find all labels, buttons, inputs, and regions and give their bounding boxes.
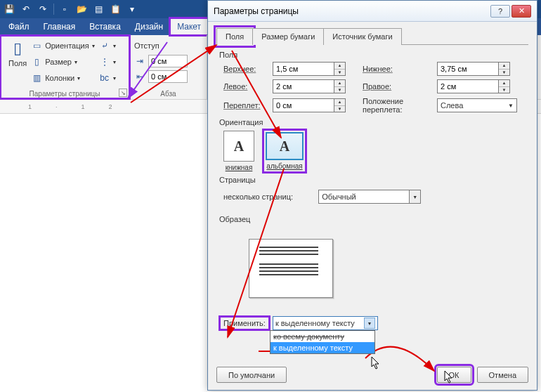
dialog-titlebar[interactable]: Параметры страницы ? ✕ — [208, 1, 537, 22]
indent-right-input[interactable] — [148, 70, 188, 83]
redo-icon[interactable]: ↷ — [37, 3, 49, 15]
tab-layout[interactable]: Макет — [170, 18, 208, 35]
dialog-tabs: Поля Размер бумаги Источник бумаги — [216, 27, 528, 45]
line-numbers-icon: ⋮ — [99, 56, 110, 67]
section-fields: Поля — [219, 51, 528, 59]
orientation-landscape[interactable]: A альбомная — [264, 131, 305, 171]
orientation-icon: ▭ — [31, 40, 42, 51]
multi-pages-arrow[interactable]: ▼ — [410, 190, 421, 204]
hyphenation-icon: bc — [99, 72, 110, 84]
apply-select[interactable]: к выделенному тексту ▼ — [273, 316, 378, 330]
help-button[interactable]: ? — [490, 5, 510, 18]
dialog-body: Поля Размер бумаги Источник бумаги Поля … — [208, 22, 537, 336]
margin-fields: Верхнее: ▲▼ Нижнее: ▲▼ Левое: ▲▼ Правое:… — [223, 62, 528, 114]
right-input[interactable] — [437, 79, 499, 93]
multi-pages-select[interactable]: Обычный — [318, 190, 410, 204]
cancel-button[interactable]: Отмена — [477, 367, 528, 383]
chevron-down-icon: ▼ — [508, 103, 514, 109]
open-icon[interactable]: 📂 — [75, 3, 88, 15]
hyphenation-button[interactable]: bc▾ — [99, 70, 116, 86]
group-title-paragraph: Абза — [134, 90, 202, 98]
apply-label: Применить: — [221, 318, 268, 329]
apply-dropdown: ко всему документу к выделенному тексту — [270, 330, 375, 354]
word-application: 💾 ↶ ↷ ▫ 📂 ▤ 📋 ▾ Файл Главная Вставка Диз… — [0, 0, 541, 392]
bottom-input[interactable] — [437, 62, 499, 76]
group-title-page-setup: Параметры страницы — [4, 90, 125, 98]
left-input[interactable] — [273, 79, 334, 93]
gutter-input[interactable] — [273, 98, 334, 112]
apply-row: Применить: к выделенному тексту ▼ ко все… — [221, 316, 528, 330]
print-icon[interactable]: ▤ — [92, 3, 105, 15]
margins-label: Поля — [8, 59, 27, 67]
qat-more-icon[interactable]: ▾ — [126, 3, 138, 15]
breaks-button[interactable]: ⤶▾ — [99, 38, 116, 53]
gutter-spinner[interactable]: ▲▼ — [334, 98, 346, 112]
tab-insert[interactable]: Вставка — [82, 18, 128, 35]
page-setup-dialog: Параметры страницы ? ✕ Поля Размер бумаг… — [207, 0, 537, 391]
line-numbers-button[interactable]: ⋮▾ — [99, 54, 116, 70]
landscape-icon: A — [266, 132, 304, 160]
gutter-pos-select[interactable]: Слева▼ — [437, 98, 517, 112]
group-page-setup: ▯ Поля ▭Ориентация▾ ▯Размер▾ ▥Колонки▾ ⤶… — [0, 35, 130, 99]
cursor-icon — [444, 371, 454, 384]
top-input[interactable] — [273, 62, 334, 76]
left-label: Левое: — [223, 82, 273, 91]
undo-icon[interactable]: ↶ — [20, 3, 32, 15]
right-spinner[interactable]: ▲▼ — [499, 79, 510, 93]
section-preview: Образец — [219, 215, 528, 223]
gutter-label: Переплет: — [223, 101, 273, 110]
ok-button[interactable]: ОК — [437, 367, 471, 383]
group-paragraph: Отступ ⇥ ⇤ Абза — [130, 35, 207, 99]
tab-paper-size[interactable]: Размер бумаги — [252, 28, 324, 45]
columns-icon: ▥ — [31, 72, 42, 84]
top-label: Верхнее: — [223, 65, 273, 73]
size-icon: ▯ — [31, 56, 42, 67]
paste-icon[interactable]: 📋 — [109, 3, 122, 15]
margins-button[interactable]: ▯ Поля — [4, 37, 31, 86]
orientation-row: A книжная A альбомная — [223, 131, 528, 171]
pages-row: несколько страниц: Обычный ▼ — [223, 190, 528, 204]
left-spinner[interactable]: ▲▼ — [334, 79, 346, 93]
size-button[interactable]: ▯Размер▾ — [31, 54, 94, 70]
margins-icon: ▯ — [13, 39, 22, 58]
section-pages: Страницы — [219, 176, 528, 184]
cursor-icon — [371, 357, 381, 370]
apply-option-selection[interactable]: к выделенному тексту — [270, 342, 374, 353]
preview-pane — [249, 239, 333, 298]
breaks-icon: ⤶ — [99, 40, 110, 51]
orientation-button[interactable]: ▭Ориентация▾ — [31, 38, 94, 53]
apply-option-all[interactable]: ко всему документу — [270, 331, 374, 342]
page-setup-launcher[interactable]: ↘ — [119, 89, 127, 97]
tab-paper-source[interactable]: Источник бумаги — [323, 28, 401, 45]
separator — [53, 4, 54, 15]
section-orientation: Ориентация — [219, 118, 528, 126]
gutter-pos-label: Положение переплета: — [353, 97, 437, 114]
new-icon[interactable]: ▫ — [58, 3, 71, 15]
multi-pages-label: несколько страниц: — [223, 192, 293, 201]
indent-right-icon: ⇤ — [134, 71, 145, 82]
columns-button[interactable]: ▥Колонки▾ — [31, 70, 94, 86]
dialog-title: Параметры страницы — [214, 6, 489, 16]
bottom-label: Нижнее: — [353, 65, 437, 73]
tab-fields[interactable]: Поля — [216, 28, 253, 45]
bottom-spinner[interactable]: ▲▼ — [499, 62, 510, 76]
tab-file[interactable]: Файл — [1, 18, 37, 35]
save-icon[interactable]: 💾 — [3, 3, 15, 15]
top-spinner[interactable]: ▲▼ — [334, 62, 346, 76]
orientation-portrait[interactable]: A книжная — [223, 131, 254, 171]
right-label: Правое: — [353, 82, 437, 91]
portrait-icon: A — [223, 131, 254, 162]
chevron-down-icon: ▼ — [364, 318, 375, 329]
indent-left-input[interactable] — [148, 55, 188, 67]
default-button[interactable]: По умолчани — [216, 367, 287, 383]
close-button[interactable]: ✕ — [511, 5, 531, 18]
indent-label: Отступ — [134, 41, 159, 50]
tab-home[interactable]: Главная — [37, 18, 83, 35]
tab-design[interactable]: Дизайн — [128, 18, 170, 35]
indent-left-icon: ⇥ — [134, 55, 145, 67]
